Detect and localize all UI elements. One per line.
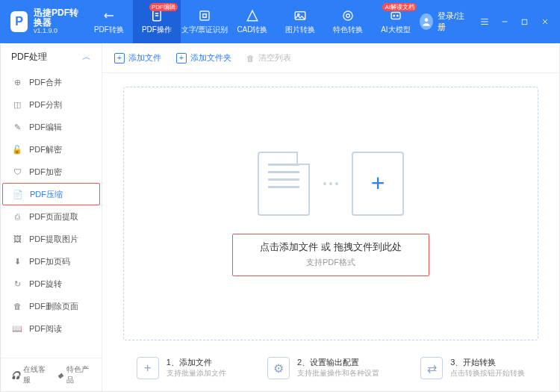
support-link[interactable]: 🎧在线客服 — [11, 364, 47, 385]
app-name: 迅捷PDF转换器 — [34, 8, 85, 28]
gear-icon: ⚙ — [267, 357, 290, 379]
svg-rect-6 — [391, 13, 400, 19]
tab-pdf-convert[interactable]: PDF转换 — [85, 0, 133, 43]
tab-label: PDF转换 — [94, 25, 124, 35]
tab-label: PDF操作 — [142, 25, 172, 35]
convert-icon — [102, 8, 116, 23]
extract-image-icon: 🖼 — [11, 233, 23, 245]
tab-ai[interactable]: AI解读文档 AI大模型 — [372, 0, 420, 43]
sidebar-item-rotate[interactable]: ↻PDF旋转 — [1, 273, 102, 295]
tab-label: 特色转换 — [333, 25, 363, 35]
trash-icon: 🗑 — [246, 54, 255, 63]
sidebar-item-extract-page[interactable]: ⎙PDF页面提取 — [1, 205, 102, 228]
chevron-up-icon: ︿ — [82, 51, 91, 63]
step-1: + 1、添加文件支持批量添加文件 — [137, 357, 226, 379]
login-label: 登录/注册 — [438, 10, 466, 33]
tab-label: 图片转换 — [285, 25, 315, 35]
drop-graphics: + — [258, 152, 404, 216]
svg-point-8 — [396, 15, 398, 16]
sidebar: PDF处理 ︿ ⊕PDF合并 ◫PDF分割 ✎PDF编辑 🔓PDF解密 🛡PDF… — [1, 43, 102, 391]
unlock-icon: 🔓 — [11, 143, 23, 155]
drop-area[interactable]: + 点击添加文件 或 拖拽文件到此处 支持PDF格式 — [123, 87, 538, 340]
rotate-icon: ↻ — [11, 278, 23, 290]
sidebar-header[interactable]: PDF处理 ︿ — [1, 43, 102, 71]
tab-image[interactable]: 图片转换 — [276, 0, 324, 43]
headset-icon: 🎧 — [11, 371, 20, 379]
add-file-button[interactable]: +添加文件 — [114, 52, 161, 63]
svg-rect-10 — [522, 19, 526, 24]
tab-badge: AI解读文档 — [382, 3, 417, 11]
tab-label: 文字/票证识别 — [181, 25, 228, 35]
svg-point-7 — [393, 15, 395, 16]
sidebar-item-delete-page[interactable]: 🗑PDF删除页面 — [1, 295, 102, 317]
sidebar-item-read[interactable]: 📖PDF阅读 — [1, 317, 102, 340]
svg-point-4 — [343, 11, 352, 20]
maximize-button[interactable] — [515, 12, 534, 31]
sidebar-footer: 🎧在线客服 ◆特色产品 — [1, 358, 102, 391]
sidebar-item-encrypt[interactable]: 🛡PDF加密 — [1, 161, 102, 183]
tab-cad[interactable]: CAD转换 — [228, 0, 276, 43]
add-folder-button[interactable]: +添加文件夹 — [176, 52, 231, 63]
step-3: ⇄ 3、开始转换点击转换按钮开始转换 — [420, 357, 525, 379]
tab-pdf-operate[interactable]: PDF编辑 PDF操作 — [133, 0, 181, 43]
minimize-button[interactable] — [495, 12, 514, 31]
menu-button[interactable] — [475, 12, 494, 31]
svg-point-5 — [346, 14, 350, 18]
cad-icon — [245, 8, 260, 23]
svg-point-9 — [425, 18, 429, 22]
sidebar-item-decrypt[interactable]: 🔓PDF解密 — [1, 138, 102, 161]
sidebar-item-compress[interactable]: 📄PDF压缩 — [2, 183, 100, 205]
drop-sub-text: 支持PDF格式 — [260, 257, 401, 268]
sidebar-item-pagenum[interactable]: ⬇PDF加页码 — [1, 250, 102, 273]
sidebar-items: ⊕PDF合并 ◫PDF分割 ✎PDF编辑 🔓PDF解密 🛡PDF加密 📄PDF压… — [1, 71, 102, 358]
folder-plus-icon: + — [176, 53, 187, 63]
tab-ocr[interactable]: 文字/票证识别 — [181, 0, 228, 43]
step-add-icon: + — [137, 357, 159, 379]
close-button[interactable] — [535, 12, 554, 31]
image-icon — [293, 8, 308, 23]
clear-list-button[interactable]: 🗑清空列表 — [246, 52, 291, 63]
star-icon — [340, 8, 355, 23]
tab-badge: PDF编辑 — [149, 3, 178, 11]
sidebar-item-edit[interactable]: ✎PDF编辑 — [1, 116, 102, 138]
split-icon: ◫ — [11, 99, 23, 111]
compress-icon: 📄 — [12, 188, 24, 200]
main-tabs: PDF转换 PDF编辑 PDF操作 文字/票证识别 CAD转换 图片转换 特色转… — [85, 0, 420, 43]
svg-rect-1 — [200, 11, 209, 20]
pagenum-icon: ⬇ — [11, 255, 23, 267]
tab-label: CAD转换 — [237, 25, 267, 35]
logo-icon: P — [10, 11, 28, 32]
sidebar-item-merge[interactable]: ⊕PDF合并 — [1, 71, 102, 93]
read-icon: 📖 — [11, 323, 23, 335]
delete-page-icon: 🗑 — [11, 300, 23, 312]
sidebar-title: PDF处理 — [11, 51, 47, 63]
app-logo: P 迅捷PDF转换器 v1.1.9.0 — [10, 8, 85, 35]
tab-special[interactable]: 特色转换 — [324, 0, 372, 43]
drop-text-box: 点击添加文件 或 拖拽文件到此处 支持PDF格式 — [232, 234, 429, 276]
dots-icon — [323, 182, 338, 185]
titlebar: P 迅捷PDF转换器 v1.1.9.0 PDF转换 PDF编辑 PDF操作 文字… — [0, 0, 560, 43]
merge-icon: ⊕ — [11, 76, 23, 88]
sidebar-item-extract-image[interactable]: 🖼PDF提取图片 — [1, 228, 102, 250]
convert-icon: ⇄ — [420, 357, 443, 379]
steps: + 1、添加文件支持批量添加文件 ⚙ 2、设置输出配置支持批量操作和各种设置 ⇄… — [102, 348, 559, 391]
toolbar: +添加文件 +添加文件夹 🗑清空列表 — [102, 43, 559, 73]
avatar-icon — [420, 13, 433, 30]
main-panel: +添加文件 +添加文件夹 🗑清空列表 + 点击添加文件 或 拖拽文件到此处 支持… — [102, 43, 559, 391]
drop-main-text: 点击添加文件 或 拖拽文件到此处 — [260, 240, 401, 254]
featured-link[interactable]: ◆特色产品 — [57, 364, 91, 385]
edit-icon: ✎ — [11, 121, 23, 133]
plus-icon: + — [114, 53, 125, 63]
lock-icon: 🛡 — [11, 166, 23, 178]
ocr-icon — [197, 8, 212, 23]
tab-label: AI大模型 — [381, 25, 410, 35]
app-version: v1.1.9.0 — [34, 28, 85, 35]
document-icon — [258, 152, 310, 216]
add-target-icon: + — [352, 152, 404, 216]
sidebar-item-split[interactable]: ◫PDF分割 — [1, 93, 102, 116]
login-button[interactable]: 登录/注册 — [420, 10, 466, 33]
step-2: ⚙ 2、设置输出配置支持批量操作和各种设置 — [267, 357, 379, 379]
extract-page-icon: ⎙ — [11, 211, 23, 223]
cube-icon: ◆ — [57, 371, 63, 379]
